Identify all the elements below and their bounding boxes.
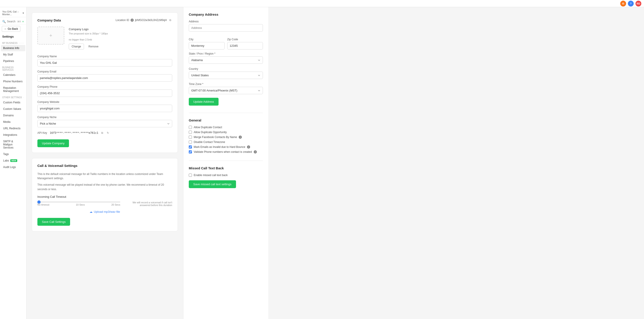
- copy-api-key-icon[interactable]: ⧉: [100, 131, 104, 135]
- slider-labels: No timeout 10 Secs 20 Secs: [38, 203, 120, 206]
- avatar-is[interactable]: IS: [620, 1, 626, 6]
- go-back-button[interactable]: ← Go Back: [2, 26, 20, 32]
- sidebar-item-calendars[interactable]: Calendars: [1, 72, 25, 78]
- logo-desc-line1: The proposed size is 350px * 180px: [69, 32, 172, 35]
- company-phone-label: Company Phone: [38, 85, 172, 88]
- address-input[interactable]: [189, 24, 263, 31]
- checkbox-disable-timezone-input[interactable]: [189, 140, 192, 144]
- slider-thumb: [38, 200, 40, 204]
- section-my-business: MY BUSINESS: [0, 40, 26, 45]
- upload-label[interactable]: Upload mp3/wav file: [94, 210, 120, 213]
- address-label: Address: [189, 20, 263, 23]
- checkbox-merge-facebook-input[interactable]: [189, 136, 192, 139]
- country-label: Country: [189, 67, 263, 70]
- missed-call-title: Missed Call Text Back: [189, 166, 263, 170]
- state-select[interactable]: Alabama: [189, 56, 263, 64]
- workspace-name: You GHL Gal -- Monter...: [2, 10, 22, 16]
- company-website-input[interactable]: [38, 105, 172, 112]
- sidebar-item-custom-values[interactable]: Custom Values: [1, 106, 25, 112]
- city-zip-row: City Zip Code: [189, 38, 263, 49]
- country-group: Country United States: [189, 67, 263, 79]
- slider-label-no-timeout: No timeout: [38, 203, 49, 206]
- sidebar-item-pipelines[interactable]: Pipelines: [1, 58, 25, 64]
- checkbox-mark-emails: Mark Emails as Invalid due to Hard Bounc…: [189, 145, 263, 149]
- checkbox-enable-missed-call-input[interactable]: [189, 174, 192, 177]
- checkbox-allow-duplicate-opportunity-input[interactable]: [189, 131, 192, 134]
- slider-track: [38, 202, 120, 202]
- upload-icon: ☁: [90, 210, 92, 213]
- checkbox-allow-duplicate-contact-input[interactable]: [189, 126, 192, 129]
- search-bar[interactable]: 🔍 ⌘K +: [0, 18, 26, 25]
- update-company-button[interactable]: Update Company: [38, 139, 69, 147]
- call-settings-header: Call & Voicemail Settings: [38, 164, 172, 168]
- company-phone-input[interactable]: [38, 89, 172, 97]
- company-email-label: Company Email: [38, 70, 172, 73]
- remove-logo-button[interactable]: Remove: [86, 44, 101, 49]
- avatar-rd[interactable]: RD: [636, 1, 641, 6]
- company-email-input[interactable]: [38, 74, 172, 82]
- checkbox-merge-facebook: Merge Facebook Contacts By Name i: [189, 136, 263, 139]
- checkbox-validate-phones-input[interactable]: [189, 150, 192, 153]
- slider-label-20sec: 20 Secs: [111, 203, 120, 206]
- company-website-label: Company Website: [38, 100, 172, 104]
- timezone-select[interactable]: GMT-07:00 America/Phoenix (MST): [189, 87, 263, 94]
- sidebar-item-custom-fields[interactable]: Custom Fields: [1, 99, 25, 106]
- sidebar-item-labs[interactable]: Labs NEW: [1, 157, 25, 164]
- settings-heading: Settings: [0, 34, 26, 39]
- upload-row[interactable]: ☁ Upload mp3/wav file: [38, 210, 172, 213]
- avatar-help[interactable]: ?: [628, 1, 634, 6]
- change-logo-button[interactable]: Change: [69, 44, 84, 49]
- logo-placeholder[interactable]: +: [38, 27, 64, 44]
- checkbox-allow-duplicate-opportunity: Allow Duplicate Opportunity: [189, 131, 263, 134]
- sidebar-item-tags[interactable]: Tags: [1, 151, 25, 157]
- location-id-info-icon[interactable]: i: [130, 18, 134, 22]
- sidebar-item-audit-logs[interactable]: Audit Logs: [1, 164, 25, 170]
- sidebar-item-reputation[interactable]: Reputation Management: [1, 85, 25, 94]
- sidebar-item-business-info[interactable]: Business Info: [1, 45, 25, 51]
- checkbox-merge-facebook-label: Merge Facebook Contacts By Name: [194, 136, 237, 139]
- workspace-selector[interactable]: You GHL Gal -- Monter... ▾: [0, 9, 26, 17]
- state-group: State / Prov / Region * Alabama: [189, 52, 263, 64]
- workspace-chevron[interactable]: ▾: [22, 12, 24, 14]
- sidebar-item-phone-numbers[interactable]: Phone Numbers: [1, 78, 25, 85]
- sidebar-item-smtp[interactable]: SMTP & Mailgun Services: [1, 138, 25, 151]
- sidebar-item-url-redirects[interactable]: URL Redirects: [1, 125, 25, 132]
- search-shortcut: ⌘K: [17, 20, 21, 23]
- company-phone-group: Company Phone: [38, 85, 172, 97]
- validate-phones-info-icon[interactable]: i: [254, 150, 257, 153]
- country-select[interactable]: United States: [189, 72, 263, 79]
- sidebar-item-my-staff[interactable]: My Staff: [1, 51, 25, 58]
- refresh-api-key-icon[interactable]: ↻: [106, 131, 110, 135]
- copy-location-id-icon[interactable]: ⧉: [168, 18, 172, 22]
- logo-info: Company Logo The proposed size is 350px …: [69, 27, 172, 49]
- add-icon[interactable]: +: [22, 20, 24, 23]
- section-business-services: BUSINESS SERVICES: [0, 64, 26, 72]
- logo-title: Company Logo: [69, 27, 172, 31]
- timeout-section: Incoming Call Timeout No timeout 10 Secs…: [38, 195, 172, 207]
- card-header: Company Data Location ID i jbNfGO2w3k0L0…: [38, 18, 172, 22]
- center-panel: Company Data Location ID i jbNfGO2w3k0L0…: [26, 7, 183, 319]
- sidebar-item-domains[interactable]: Domains: [1, 112, 25, 119]
- sidebar-item-media[interactable]: Media: [1, 119, 25, 125]
- company-name-input[interactable]: [38, 59, 172, 66]
- slider-label-10sec: 10 Secs: [76, 203, 85, 206]
- search-input[interactable]: [7, 20, 16, 23]
- city-input[interactable]: [189, 42, 224, 49]
- location-id-label: Location ID: [116, 18, 129, 22]
- zip-input[interactable]: [227, 42, 263, 49]
- sidebar-item-integrations[interactable]: Integrations: [1, 132, 25, 138]
- save-call-settings-button[interactable]: Save Call Settings: [38, 218, 70, 226]
- checkbox-mark-emails-input[interactable]: [189, 145, 192, 149]
- divider-1: [189, 113, 263, 113]
- company-address-section: Company Address Address City Zip Code St…: [189, 12, 263, 106]
- company-niche-label: Company Niche: [38, 116, 172, 119]
- checkbox-mark-emails-label: Mark Emails as Invalid due to Hard Bounc…: [194, 145, 245, 149]
- mark-emails-info-icon[interactable]: i: [247, 145, 250, 149]
- company-niche-select[interactable]: Pick a Niche: [38, 120, 172, 127]
- city-col: City: [189, 38, 224, 49]
- save-missed-call-button[interactable]: Save missed call text settings: [189, 180, 236, 188]
- api-key-label: API Key: [38, 131, 47, 134]
- update-address-button[interactable]: Update Address: [189, 98, 218, 106]
- merge-facebook-info-icon[interactable]: i: [239, 136, 242, 139]
- api-key-value: 16f5****-****-****-*****e761c1: [50, 131, 98, 134]
